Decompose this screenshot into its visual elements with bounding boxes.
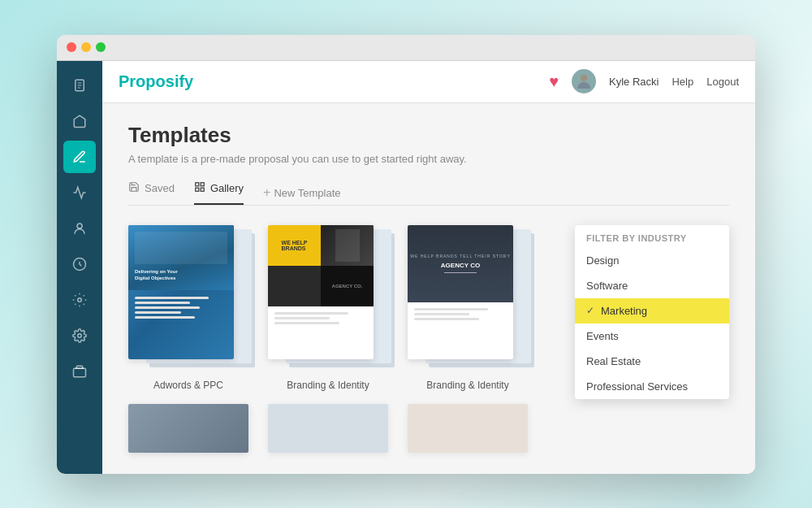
template-preview-branding2: WE HELP BRANDS TELL THEIR STORY AGENCY C… xyxy=(408,225,513,359)
template-preview-adwords: Delivering on YourDigital Objectives xyxy=(128,225,234,359)
page-content: Templates A template is a pre-made propo… xyxy=(102,103,755,474)
filter-item-software[interactable]: Software xyxy=(575,273,729,298)
sidebar-item-profile[interactable] xyxy=(63,355,96,388)
new-template-button[interactable]: + New Template xyxy=(263,185,340,200)
filter-item-real-estate[interactable]: Real Estate xyxy=(575,349,729,374)
sidebar-item-activity[interactable] xyxy=(63,176,96,209)
filter-label-design: Design xyxy=(586,254,619,267)
templates-row-1: Delivering on YourDigital Objectives xyxy=(128,225,555,391)
plus-icon: + xyxy=(263,185,270,200)
template-label-branding2: Branding & Identity xyxy=(426,380,508,391)
filter-item-marketing[interactable]: ✓ Marketing xyxy=(575,298,729,323)
filter-item-events[interactable]: Events xyxy=(575,323,729,349)
page-title: Templates xyxy=(128,123,729,148)
template-thumb-branding2: WE HELP BRANDS TELL THEIR STORY AGENCY C… xyxy=(408,225,528,371)
filter-label-software: Software xyxy=(586,280,628,292)
filter-panel: FILTER BY INDUSTRY Design Software ✓ Mar… xyxy=(575,225,729,399)
logo: Proposify xyxy=(119,72,193,91)
content-area: Delivering on YourDigital Objectives xyxy=(128,225,729,453)
templates-row-2 xyxy=(128,404,555,453)
sidebar-item-documents[interactable] xyxy=(63,69,96,102)
app-window: Proposify ♥ Kyle Racki Help Logout Templ… xyxy=(57,35,755,474)
template-label-branding1: Branding & Identity xyxy=(287,380,369,391)
svg-point-4 xyxy=(77,224,82,228)
template-preview-branding1: WE HELPBRANDS AGENCY CO. xyxy=(268,225,374,359)
template-thumb-bottom-3[interactable] xyxy=(408,404,528,453)
svg-rect-10 xyxy=(196,188,199,191)
maximize-button[interactable] xyxy=(96,42,106,52)
template-label-adwords: Adwords & PPC xyxy=(153,380,223,391)
templates-grid: Delivering on YourDigital Objectives xyxy=(128,225,555,453)
template-card-branding2[interactable]: WE HELP BRANDS TELL THEIR STORY AGENCY C… xyxy=(408,225,528,391)
template-thumb-bottom-1[interactable] xyxy=(128,404,248,453)
filter-label-professional-services: Professional Services xyxy=(586,380,688,393)
template-card-adwords[interactable]: Delivering on YourDigital Objectives xyxy=(128,225,248,391)
close-button[interactable] xyxy=(67,42,76,52)
sidebar-item-insights[interactable] xyxy=(63,248,96,280)
help-link[interactable]: Help xyxy=(672,76,693,88)
sidebar-item-settings[interactable] xyxy=(63,319,96,352)
main-content: Proposify ♥ Kyle Racki Help Logout Templ… xyxy=(102,61,755,474)
sidebar xyxy=(57,61,102,474)
tab-bar: Saved Gallery + New Template xyxy=(128,181,729,206)
app-body: Proposify ♥ Kyle Racki Help Logout Templ… xyxy=(57,61,755,474)
filter-label-events: Events xyxy=(586,330,619,342)
favorites-icon[interactable]: ♥ xyxy=(549,72,559,91)
titlebar xyxy=(57,35,755,61)
gallery-icon xyxy=(194,181,205,195)
topbar-right: ♥ Kyle Racki Help Logout xyxy=(549,69,739,93)
template-thumb-branding1: WE HELPBRANDS AGENCY CO. xyxy=(268,225,388,371)
avatar xyxy=(572,69,596,93)
sidebar-item-ideas[interactable] xyxy=(63,284,96,316)
tab-saved[interactable]: Saved xyxy=(128,181,175,205)
minimize-button[interactable] xyxy=(81,42,91,52)
sidebar-item-inbox[interactable] xyxy=(63,105,96,137)
traffic-lights xyxy=(67,42,106,52)
template-thumb-bottom-2[interactable] xyxy=(268,404,388,453)
logout-link[interactable]: Logout xyxy=(706,76,739,88)
svg-point-6 xyxy=(78,333,82,337)
template-card-branding1[interactable]: WE HELPBRANDS AGENCY CO. xyxy=(268,225,388,391)
svg-rect-9 xyxy=(201,182,204,185)
svg-point-7 xyxy=(581,75,587,81)
svg-point-5 xyxy=(78,297,82,302)
page-subtitle: A template is a pre-made proposal you ca… xyxy=(128,153,729,165)
filter-label-real-estate: Real Estate xyxy=(586,355,641,367)
template-thumb-adwords: Delivering on YourDigital Objectives xyxy=(128,225,248,371)
filter-item-professional-services[interactable]: Professional Services xyxy=(575,374,729,399)
svg-rect-11 xyxy=(201,188,204,191)
user-name: Kyle Racki xyxy=(609,76,659,88)
sidebar-item-contacts[interactable] xyxy=(63,212,96,245)
filter-label-marketing: Marketing xyxy=(601,305,647,317)
tab-gallery[interactable]: Gallery xyxy=(194,181,244,205)
filter-header: FILTER BY INDUSTRY xyxy=(575,225,729,248)
topbar: Proposify ♥ Kyle Racki Help Logout xyxy=(102,61,755,103)
svg-rect-8 xyxy=(196,182,199,185)
filter-item-design[interactable]: Design xyxy=(575,248,729,273)
sidebar-item-templates[interactable] xyxy=(63,141,96,173)
check-icon: ✓ xyxy=(586,305,594,316)
saved-icon xyxy=(128,181,140,195)
